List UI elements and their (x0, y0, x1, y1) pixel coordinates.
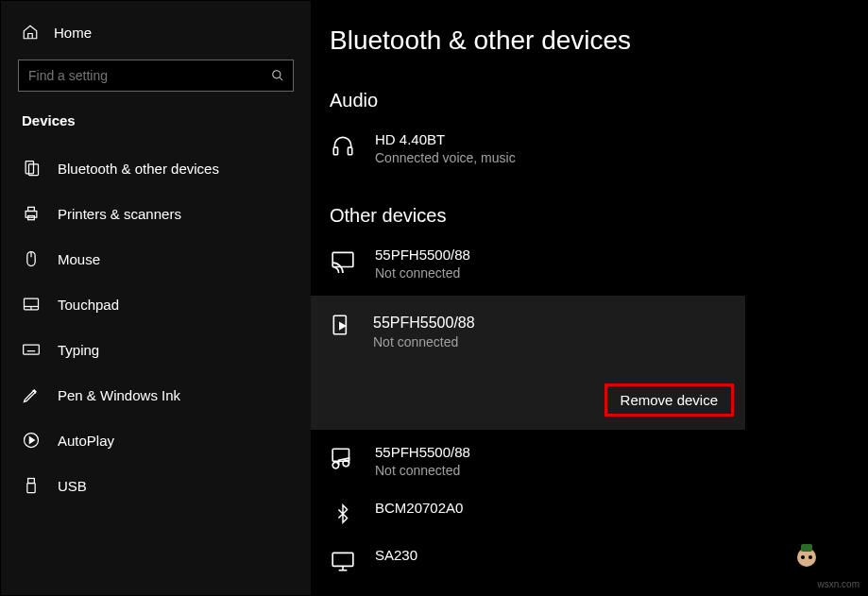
home-link[interactable]: Home (1, 18, 311, 54)
sidebar-item-label: Touchpad (58, 297, 119, 313)
autoplay-icon (22, 431, 41, 450)
sidebar-item-label: Printers & scanners (58, 206, 181, 222)
svg-point-32 (808, 555, 812, 559)
home-icon (22, 24, 39, 41)
svg-rect-21 (333, 147, 337, 155)
watermark: wsxn.com (818, 579, 859, 589)
sidebar-item-usb[interactable]: USB (1, 463, 311, 508)
svg-point-31 (801, 555, 805, 559)
device-name: BCM20702A0 (375, 499, 463, 518)
usb-icon (22, 476, 41, 495)
sidebar-item-label: Bluetooth & other devices (58, 161, 219, 177)
sidebar-item-bluetooth[interactable]: Bluetooth & other devices (1, 145, 311, 191)
settings-window: Home Devices Bluetooth & other devices P… (0, 0, 868, 596)
sidebar-item-touchpad[interactable]: Touchpad (1, 281, 311, 327)
device-info: BCM20702A0 (375, 499, 463, 518)
device-status: Connected voice, music (375, 149, 516, 167)
bluetooth-icon (330, 501, 356, 527)
play-to-icon (330, 313, 354, 337)
sidebar-item-label: Pen & Windows Ink (58, 387, 180, 403)
sidebar-item-typing[interactable]: Typing (1, 327, 311, 372)
audio-device-row[interactable]: HD 4.40BT Connected voice, music (311, 121, 867, 177)
sidebar-item-pen[interactable]: Pen & Windows Ink (1, 372, 311, 417)
search-wrapper (18, 60, 294, 92)
keyboard-icon (22, 340, 41, 359)
other-device-row[interactable]: 55PFH5500/88 Not connected (311, 236, 867, 292)
other-device-row-selected[interactable]: 55PFH5500/88 Not connected Remove device (311, 296, 745, 429)
monitor-icon (330, 548, 356, 574)
svg-rect-19 (28, 479, 35, 484)
section-other-heading: Other devices (311, 205, 867, 227)
svg-rect-12 (24, 345, 40, 354)
sidebar-heading: Devices (1, 103, 311, 145)
page-title: Bluetooth & other devices (311, 26, 867, 56)
device-name: 55PFH5500/88 (375, 443, 470, 462)
section-audio-heading: Audio (311, 90, 867, 111)
main-content: Bluetooth & other devices Audio HD 4.40B… (311, 1, 867, 595)
mascot-image (790, 538, 824, 572)
sidebar-item-label: Mouse (58, 251, 100, 267)
svg-rect-5 (28, 207, 35, 211)
search-input[interactable] (18, 60, 294, 92)
svg-rect-26 (332, 553, 353, 566)
sidebar-item-printers[interactable]: Printers & scanners (1, 191, 311, 236)
other-device-row[interactable]: SA230 (311, 536, 867, 584)
touchpad-icon (22, 295, 41, 314)
headphones-icon (330, 132, 356, 159)
device-info: 55PFH5500/88 Not connected (373, 313, 475, 350)
device-name: 55PFH5500/88 (373, 313, 475, 333)
printer-icon (22, 204, 41, 223)
svg-rect-30 (801, 544, 812, 552)
pen-icon (22, 385, 41, 404)
device-status: Not connected (375, 264, 470, 282)
device-info: 55PFH5500/88 Not connected (375, 443, 470, 480)
device-status: Not connected (375, 462, 470, 480)
svg-rect-23 (332, 252, 353, 266)
sidebar-item-mouse[interactable]: Mouse (1, 236, 311, 281)
device-info: 55PFH5500/88 Not connected (375, 246, 470, 282)
svg-rect-22 (348, 147, 351, 155)
cast-icon (330, 247, 356, 274)
home-label: Home (54, 25, 92, 41)
device-info: SA230 (375, 546, 417, 565)
media-device-icon (330, 445, 356, 471)
sidebar: Home Devices Bluetooth & other devices P… (1, 1, 311, 595)
mouse-icon (22, 249, 41, 268)
section-other: Other devices 55PFH5500/88 Not connected (311, 205, 867, 584)
other-device-row[interactable]: BCM20702A0 (311, 489, 867, 536)
sidebar-item-label: Typing (58, 342, 99, 358)
device-info: HD 4.40BT Connected voice, music (375, 130, 516, 167)
svg-rect-4 (26, 212, 37, 218)
svg-rect-2 (26, 162, 33, 174)
sidebar-item-label: USB (58, 478, 87, 494)
sidebar-item-autoplay[interactable]: AutoPlay (1, 417, 311, 463)
device-name: SA230 (375, 546, 417, 565)
svg-rect-20 (27, 484, 35, 493)
sidebar-item-label: AutoPlay (58, 433, 114, 449)
device-name: 55PFH5500/88 (375, 246, 470, 264)
other-device-row[interactable]: 55PFH5500/88 Not connected (311, 434, 867, 489)
device-status: Not connected (373, 333, 475, 351)
remove-device-button[interactable]: Remove device (604, 383, 734, 417)
device-name: HD 4.40BT (375, 130, 516, 149)
devices-icon (22, 159, 41, 178)
sidebar-nav: Bluetooth & other devices Printers & sca… (1, 145, 311, 508)
